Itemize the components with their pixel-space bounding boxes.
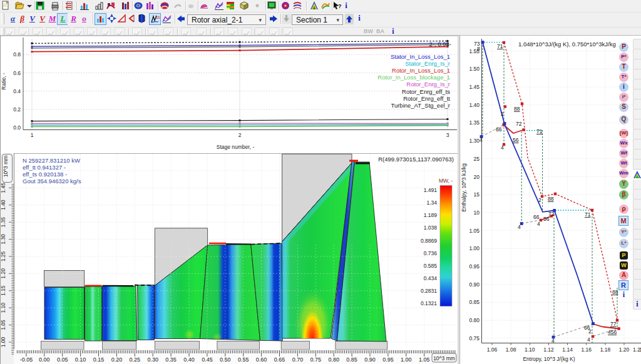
svg-text:0.2831: 0.2831 [421, 288, 437, 294]
svg-text:77: 77 [610, 321, 617, 327]
svg-text:1.491: 1.491 [424, 187, 438, 193]
svg-text:Enthalpy, 10^3 kJ/kg: Enthalpy, 10^3 kJ/kg [461, 163, 467, 212]
svg-text:1: 1 [31, 132, 34, 138]
svg-text:25: 25 [474, 156, 480, 162]
svg-text:0.25: 0.25 [130, 356, 141, 363]
svg-text:1.05: 1.05 [419, 356, 430, 363]
svg-text:0.05: 0.05 [57, 356, 68, 363]
svg-text:88: 88 [612, 289, 618, 295]
svg-text:0.434: 0.434 [424, 275, 438, 281]
svg-text:1.048*10^3J/(kg K), 0.750*10^3: 1.048*10^3J/(kg K), 0.750*10^3kJ/kg [518, 41, 616, 48]
svg-text:1.40: 1.40 [469, 102, 479, 108]
svg-text:66: 66 [496, 126, 502, 133]
svg-text:1.12: 1.12 [543, 346, 554, 353]
svg-text:1.18: 1.18 [600, 346, 611, 353]
svg-text:1.45: 1.45 [469, 84, 479, 90]
svg-text:0.30: 0.30 [147, 356, 158, 363]
svg-text:4: 4 [587, 336, 590, 343]
svg-text:1.14: 1.14 [562, 346, 573, 353]
svg-text:Turbine_AT_Stg_eel_r: Turbine_AT_Stg_eel_r [391, 102, 450, 109]
svg-text:Rotor_Enrg_eff_tt: Rotor_Enrg_eff_tt [403, 95, 450, 102]
svg-text:1.2: 1.2 [633, 346, 640, 353]
svg-text:1.189: 1.189 [424, 212, 438, 218]
svg-text:1.038: 1.038 [424, 225, 438, 231]
svg-text:0.1321: 0.1321 [421, 300, 437, 306]
svg-text:0.45: 0.45 [202, 356, 213, 363]
svg-text:0.85: 0.85 [346, 356, 357, 363]
svg-text:1.40: 1.40 [0, 200, 6, 210]
svg-text:Entropy, 10^3 J/(kg K): Entropy, 10^3 J/(kg K) [523, 356, 575, 362]
svg-text:Stage number, -: Stage number, - [217, 144, 255, 150]
svg-text:3: 3 [446, 132, 449, 138]
svg-text:1.20: 1.20 [0, 268, 6, 279]
svg-text:71: 71 [536, 128, 543, 134]
svg-text:4: 4 [501, 144, 504, 151]
svg-text:0.65: 0.65 [274, 356, 285, 363]
svg-text:1.50: 1.50 [469, 66, 479, 72]
svg-text:0.75: 0.75 [469, 335, 479, 341]
svg-text:0.50: 0.50 [220, 356, 231, 363]
svg-text:1.06: 1.06 [487, 346, 498, 353]
svg-text:Ratio, -: Ratio, - [1, 73, 7, 90]
svg-text:0.40: 0.40 [183, 356, 195, 363]
svg-text:4: 4 [518, 224, 521, 230]
svg-text:10: 10 [474, 210, 480, 216]
svg-text:0.20: 0.20 [111, 356, 123, 363]
svg-text:1.05: 1.05 [469, 228, 479, 234]
svg-text:4: 4 [537, 221, 540, 227]
svg-text:72: 72 [516, 121, 522, 127]
svg-text:0.4: 0.4 [13, 88, 21, 94]
svg-text:eff_ts 0.920138 -: eff_ts 0.920138 - [23, 171, 67, 178]
svg-text:0.8: 0.8 [13, 51, 21, 58]
svg-text:1.25: 1.25 [0, 251, 6, 261]
svg-text:Rotor_In_Loss_blockage_1: Rotor_In_Loss_blockage_1 [377, 74, 450, 81]
svg-text:1.35: 1.35 [0, 217, 6, 228]
svg-text:2: 2 [588, 328, 592, 335]
svg-text:1.10: 1.10 [0, 303, 6, 313]
svg-text:-0.05: -0.05 [20, 356, 33, 363]
svg-text:56: 56 [513, 137, 519, 143]
svg-text:R(499.973015,1137.090763): R(499.973015,1137.090763) [378, 156, 454, 163]
svg-text:0.80: 0.80 [469, 317, 479, 323]
svg-text:1.08: 1.08 [506, 346, 516, 353]
svg-text:71: 71 [585, 211, 591, 218]
svg-text:1.05: 1.05 [0, 320, 6, 330]
svg-text:0.70: 0.70 [292, 356, 304, 363]
svg-text:56: 56 [543, 216, 550, 222]
svg-text:2: 2 [538, 197, 541, 203]
svg-text:N 259227.831210 kW: N 259227.831210 kW [23, 157, 80, 164]
svg-text:0.55: 0.55 [238, 356, 249, 363]
svg-text:20: 20 [474, 174, 480, 180]
svg-text:1.20: 1.20 [619, 346, 630, 353]
svg-text:0.95: 0.95 [382, 356, 394, 363]
svg-text:0.10: 0.10 [75, 356, 86, 363]
svg-text:MW, -: MW, - [439, 178, 453, 184]
svg-text:Stator_In_Loss_Los_1: Stator_In_Loss_Los_1 [391, 53, 450, 60]
svg-text:0.95: 0.95 [469, 263, 479, 270]
svg-text:0.736: 0.736 [424, 250, 438, 256]
svg-text:0.8869: 0.8869 [421, 238, 437, 244]
svg-text:2-, 0.93-: 2-, 0.93- [429, 41, 451, 48]
svg-text:71: 71 [497, 43, 503, 49]
svg-text:0.90: 0.90 [469, 281, 479, 288]
svg-text:88: 88 [514, 106, 520, 112]
svg-text:2: 2 [501, 111, 504, 117]
svg-text:1.45: 1.45 [0, 183, 6, 193]
svg-text:0.90: 0.90 [364, 356, 376, 363]
svg-text:Stator_Enrg_Is_r: Stator_Enrg_Is_r [405, 60, 450, 67]
svg-text:Gout 354.946320 kg/s: Gout 354.946320 kg/s [23, 178, 81, 185]
svg-text:1.30: 1.30 [0, 234, 6, 245]
svg-text:0.00: 0.00 [39, 356, 50, 363]
svg-text:0.35: 0.35 [165, 356, 177, 363]
svg-text:Rotor_Enrg_Is_r: Rotor_Enrg_Is_r [406, 81, 450, 88]
svg-text:1.30: 1.30 [469, 138, 479, 144]
svg-text:15: 15 [156, 16, 160, 19]
svg-text:0.585: 0.585 [424, 263, 438, 269]
svg-text:0.15: 0.15 [93, 356, 105, 363]
svg-text:Rotor_Enrg_eff_ts: Rotor_Enrg_eff_ts [402, 88, 450, 95]
svg-text:1.34: 1.34 [426, 200, 437, 206]
svg-text:0.75: 0.75 [310, 356, 322, 363]
svg-text:10^3 mm: 10^3 mm [433, 355, 455, 361]
svg-text:0.60: 0.60 [256, 356, 267, 363]
svg-text:10^3 mm: 10^3 mm [3, 156, 9, 178]
